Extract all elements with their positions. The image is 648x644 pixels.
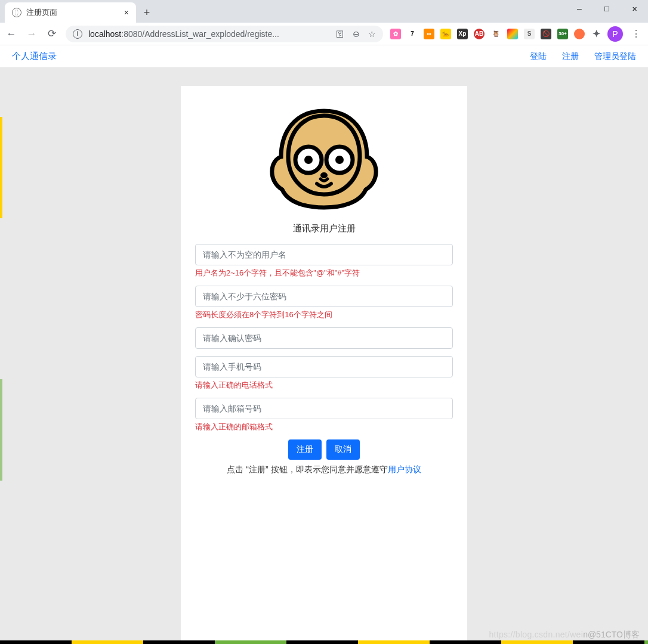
ext-7-icon[interactable]: 7 [407, 29, 418, 39]
star-icon[interactable]: ☆ [368, 29, 376, 39]
globe-icon [12, 8, 21, 17]
confirm-password-input[interactable] [195, 327, 453, 349]
password-error: 密码长度必须在8个字符到16个字符之间 [195, 309, 453, 320]
reload-button[interactable]: ⟳ [45, 27, 58, 41]
abp-icon[interactable]: AB [474, 29, 485, 39]
ext-icon[interactable]: ∞ [424, 29, 434, 39]
chrome-window: 注册页面 × + ─ ☐ ✕ ← → ⟳ i localhost:8080/Ad… [0, 0, 648, 644]
svg-point-4 [320, 172, 328, 178]
titlebar: 注册页面 × + ─ ☐ ✕ [0, 0, 648, 23]
profile-avatar[interactable]: P [607, 26, 623, 42]
ext-s-icon[interactable]: S [524, 29, 535, 39]
agree-text: 点击 “注册” 按钮，即表示您同意并愿意遵守用户协议 [195, 465, 453, 475]
watermark: https://blog.csdn.net/wein@51CTO博客 [489, 630, 640, 640]
chrome-menu-icon[interactable]: ⋮ [629, 28, 643, 39]
close-icon[interactable]: × [124, 8, 129, 17]
page-body: 个人通信录 登陆 注册 管理员登陆 [0, 45, 648, 644]
mascot-image [195, 100, 453, 213]
extensions: ✿ 7 ∞ 🐆 Xp AB 🦉 S 🚫 30+ ✦ P ⋮ [390, 26, 643, 42]
nav-login[interactable]: 登陆 [530, 51, 547, 62]
extensions-menu-icon[interactable]: ✦ [591, 29, 601, 39]
brand[interactable]: 个人通信录 [12, 51, 57, 62]
key-icon[interactable]: ⚿ [336, 29, 344, 39]
svg-point-3 [335, 156, 344, 164]
back-button[interactable]: ← [5, 27, 18, 41]
url-text: localhost:8080/AddressList_war_exploded/… [88, 29, 330, 39]
password-input[interactable] [195, 286, 453, 307]
decoration [0, 379, 2, 481]
form-title: 通讯录用户注册 [195, 223, 453, 234]
nav-admin-login[interactable]: 管理员登陆 [594, 51, 636, 62]
cancel-button[interactable]: 取消 [326, 439, 360, 460]
email-error: 请输入正确的邮箱格式 [195, 422, 453, 432]
watermark-main: n@51CTO博客 [583, 630, 640, 639]
ext-xp-icon[interactable]: Xp [457, 29, 468, 39]
close-window-button[interactable]: ✕ [621, 0, 648, 18]
ext-icon[interactable]: ✿ [390, 29, 401, 39]
dog-icon [264, 100, 384, 213]
phone-error: 请输入正确的电话格式 [195, 380, 453, 391]
submit-button[interactable]: 注册 [288, 439, 322, 460]
agree-prefix: 点击 “注册” 按钮，即表示您同意并愿意遵守 [227, 465, 387, 474]
site-nav: 个人通信录 登陆 注册 管理员登陆 [0, 45, 648, 68]
svg-point-2 [304, 156, 313, 164]
maximize-button[interactable]: ☐ [593, 0, 621, 18]
ext-icon[interactable]: 🐆 [440, 29, 451, 39]
user-agreement-link[interactable]: 用户协议 [388, 465, 421, 474]
address-bar[interactable]: i localhost:8080/AddressList_war_explode… [66, 26, 383, 42]
content: 通讯录用户注册 用户名为2~16个字符，且不能包含"@"和"#"字符 密码长度必… [0, 68, 648, 644]
minimize-button[interactable]: ─ [566, 0, 593, 18]
phone-input[interactable] [195, 356, 453, 377]
ext-icon[interactable] [574, 29, 585, 39]
browser-tab[interactable]: 注册页面 × [5, 2, 136, 23]
username-input[interactable] [195, 244, 453, 265]
tab-title: 注册页面 [26, 8, 57, 18]
decoration [0, 117, 2, 218]
new-tab-button[interactable]: + [138, 4, 155, 21]
forward-button[interactable]: → [25, 27, 38, 41]
ext-counter-icon[interactable]: 30+ [557, 29, 568, 39]
owl-icon[interactable]: 🦉 [490, 29, 501, 39]
browser-toolbar: ← → ⟳ i localhost:8080/AddressList_war_e… [0, 23, 648, 45]
window-controls: ─ ☐ ✕ [566, 0, 648, 23]
zoom-icon[interactable]: ⊖ [353, 29, 360, 39]
ext-icon[interactable] [507, 29, 518, 39]
username-error: 用户名为2~16个字符，且不能包含"@"和"#"字符 [195, 268, 453, 278]
nav-register[interactable]: 注册 [562, 51, 579, 62]
noscript-icon[interactable]: 🚫 [541, 29, 551, 39]
watermark-faint: https://blog.csdn.net/wei [489, 630, 583, 639]
site-info-icon[interactable]: i [73, 29, 82, 39]
register-card: 通讯录用户注册 用户名为2~16个字符，且不能包含"@"和"#"字符 密码长度必… [181, 86, 467, 644]
email-input[interactable] [195, 398, 453, 419]
taskbar-strip [0, 640, 648, 644]
